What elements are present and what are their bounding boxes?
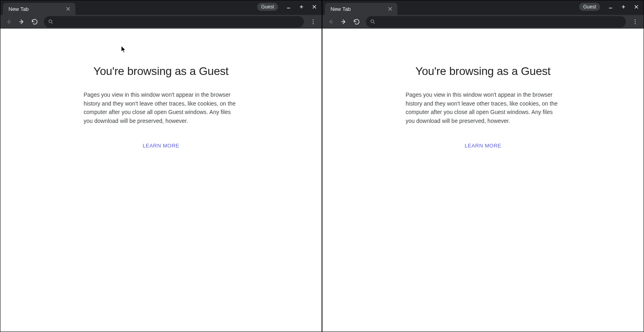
- back-icon[interactable]: [325, 16, 337, 28]
- search-icon: [48, 19, 54, 25]
- svg-line-24: [373, 22, 374, 23]
- guest-heading: You're browsing as a Guest: [399, 65, 568, 78]
- tabstrip: New Tab: [322, 0, 411, 15]
- browser-window-left: New Tab Guest: [0, 0, 322, 332]
- window-controls: Guest: [257, 2, 319, 12]
- tab-title: New Tab: [8, 6, 29, 12]
- search-icon: [370, 19, 376, 25]
- browser-window-right: New Tab Guest: [322, 0, 644, 332]
- svg-point-23: [371, 20, 374, 23]
- tab-title: New Tab: [330, 6, 351, 12]
- minimize-icon[interactable]: [284, 2, 293, 12]
- titlebar: New Tab Guest: [322, 0, 644, 15]
- svg-line-10: [51, 22, 52, 23]
- kebab-menu-icon[interactable]: [307, 16, 319, 28]
- back-icon[interactable]: [3, 16, 15, 28]
- tab-new-tab[interactable]: New Tab: [3, 3, 75, 15]
- svg-point-11: [313, 19, 314, 20]
- close-window-icon[interactable]: [632, 2, 641, 12]
- plus-icon[interactable]: [297, 2, 306, 12]
- svg-point-27: [635, 23, 636, 24]
- toolbar: [322, 15, 644, 29]
- svg-point-25: [635, 19, 636, 20]
- tab-new-tab[interactable]: New Tab: [325, 3, 397, 15]
- window-controls: Guest: [579, 2, 641, 12]
- svg-point-13: [313, 23, 314, 24]
- new-tab-button-slot[interactable]: [400, 3, 411, 14]
- minimize-icon[interactable]: [606, 2, 615, 12]
- page-content: You're browsing as a Guest Pages you vie…: [0, 29, 322, 332]
- new-tab-button-slot[interactable]: [78, 3, 89, 14]
- reload-icon[interactable]: [351, 16, 363, 28]
- mouse-cursor-icon: [121, 46, 127, 54]
- guest-badge[interactable]: Guest: [257, 3, 278, 11]
- guest-body-text: Pages you view in this window won't appe…: [406, 91, 561, 126]
- address-bar[interactable]: [366, 16, 626, 27]
- forward-icon[interactable]: [16, 16, 28, 28]
- tabstrip: New Tab: [0, 0, 89, 15]
- kebab-menu-icon[interactable]: [629, 16, 641, 28]
- guest-heading: You're browsing as a Guest: [77, 65, 246, 78]
- address-bar[interactable]: [44, 16, 304, 27]
- toolbar: [0, 15, 322, 29]
- reload-icon[interactable]: [29, 16, 41, 28]
- guest-body-text: Pages you view in this window won't appe…: [84, 91, 239, 126]
- svg-point-26: [635, 21, 636, 22]
- svg-point-12: [313, 21, 314, 22]
- plus-icon[interactable]: [619, 2, 628, 12]
- tab-close-icon[interactable]: [387, 6, 393, 12]
- page-content: You're browsing as a Guest Pages you vie…: [322, 29, 644, 332]
- forward-icon[interactable]: [338, 16, 350, 28]
- learn-more-link[interactable]: LEARN MORE: [143, 143, 179, 149]
- learn-more-link[interactable]: LEARN MORE: [465, 143, 501, 149]
- titlebar: New Tab Guest: [0, 0, 322, 15]
- guest-badge[interactable]: Guest: [579, 3, 600, 11]
- tab-close-icon[interactable]: [65, 6, 71, 12]
- close-window-icon[interactable]: [310, 2, 319, 12]
- svg-point-9: [49, 20, 52, 23]
